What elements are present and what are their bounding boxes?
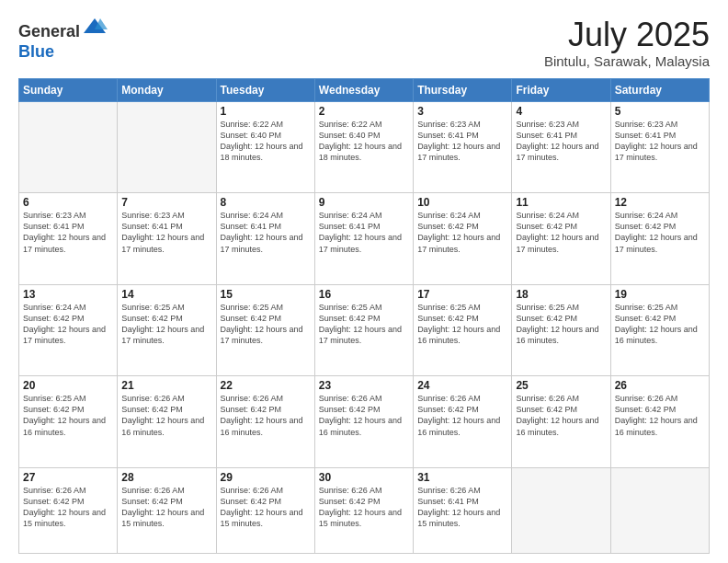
weekday-header-cell: Friday [512, 78, 610, 101]
day-detail: Sunrise: 6:26 AMSunset: 6:42 PMDaylight:… [23, 485, 113, 530]
calendar-day-cell: 19Sunrise: 6:25 AMSunset: 6:42 PMDayligh… [610, 284, 709, 376]
calendar-week-row: 13Sunrise: 6:24 AMSunset: 6:42 PMDayligh… [19, 284, 710, 376]
logo-icon [82, 17, 108, 37]
calendar-day-cell: 21Sunrise: 6:26 AMSunset: 6:42 PMDayligh… [118, 376, 216, 468]
calendar-day-cell: 12Sunrise: 6:24 AMSunset: 6:42 PMDayligh… [610, 193, 709, 285]
day-number: 13 [23, 288, 113, 301]
calendar-day-cell: 2Sunrise: 6:22 AMSunset: 6:40 PMDaylight… [314, 101, 413, 193]
day-detail: Sunrise: 6:26 AMSunset: 6:42 PMDaylight:… [221, 393, 311, 438]
calendar-day-cell: 8Sunrise: 6:24 AMSunset: 6:41 PMDaylight… [216, 193, 314, 285]
weekday-header-cell: Sunday [19, 78, 118, 101]
day-detail: Sunrise: 6:25 AMSunset: 6:42 PMDaylight:… [221, 302, 311, 347]
day-detail: Sunrise: 6:23 AMSunset: 6:41 PMDaylight:… [121, 210, 211, 255]
weekday-header-cell: Saturday [610, 78, 709, 101]
calendar-day-cell: 18Sunrise: 6:25 AMSunset: 6:42 PMDayligh… [512, 284, 610, 376]
calendar-day-cell: 13Sunrise: 6:24 AMSunset: 6:42 PMDayligh… [19, 284, 118, 376]
day-number: 16 [319, 288, 409, 301]
day-number: 31 [417, 471, 507, 484]
day-number: 18 [516, 288, 606, 301]
calendar-day-cell: 23Sunrise: 6:26 AMSunset: 6:42 PMDayligh… [314, 376, 413, 468]
calendar-day-cell: 31Sunrise: 6:26 AMSunset: 6:41 PMDayligh… [414, 467, 512, 553]
day-detail: Sunrise: 6:25 AMSunset: 6:42 PMDaylight:… [23, 393, 113, 438]
day-number: 28 [121, 471, 211, 484]
day-number: 24 [417, 379, 507, 392]
calendar-table: SundayMondayTuesdayWednesdayThursdayFrid… [18, 78, 710, 554]
calendar-week-row: 20Sunrise: 6:25 AMSunset: 6:42 PMDayligh… [19, 376, 710, 468]
calendar-week-row: 1Sunrise: 6:22 AMSunset: 6:40 PMDaylight… [19, 101, 710, 193]
calendar-week-row: 27Sunrise: 6:26 AMSunset: 6:42 PMDayligh… [19, 467, 710, 553]
day-number: 1 [221, 105, 311, 118]
day-detail: Sunrise: 6:24 AMSunset: 6:42 PMDaylight:… [417, 210, 507, 255]
day-detail: Sunrise: 6:22 AMSunset: 6:40 PMDaylight:… [319, 119, 409, 164]
day-number: 21 [121, 379, 211, 392]
calendar-day-cell: 16Sunrise: 6:25 AMSunset: 6:42 PMDayligh… [314, 284, 413, 376]
logo-blue: Blue [18, 42, 54, 61]
calendar-day-cell: 17Sunrise: 6:25 AMSunset: 6:42 PMDayligh… [414, 284, 512, 376]
header: General Blue July 2025 Bintulu, Sarawak,… [18, 17, 710, 69]
day-detail: Sunrise: 6:25 AMSunset: 6:42 PMDaylight:… [121, 302, 211, 347]
day-number: 2 [319, 105, 409, 118]
calendar-day-cell [118, 101, 216, 193]
day-number: 22 [221, 379, 311, 392]
day-number: 29 [221, 471, 311, 484]
day-detail: Sunrise: 6:24 AMSunset: 6:41 PMDaylight:… [319, 210, 409, 255]
day-detail: Sunrise: 6:23 AMSunset: 6:41 PMDaylight:… [23, 210, 113, 255]
day-number: 10 [417, 196, 507, 209]
calendar-day-cell: 27Sunrise: 6:26 AMSunset: 6:42 PMDayligh… [19, 467, 118, 553]
day-number: 5 [615, 105, 705, 118]
day-number: 30 [319, 471, 409, 484]
day-number: 20 [23, 379, 113, 392]
calendar-day-cell: 15Sunrise: 6:25 AMSunset: 6:42 PMDayligh… [216, 284, 314, 376]
day-detail: Sunrise: 6:26 AMSunset: 6:41 PMDaylight:… [417, 485, 507, 530]
weekday-header-cell: Wednesday [314, 78, 413, 101]
day-detail: Sunrise: 6:22 AMSunset: 6:40 PMDaylight:… [221, 119, 311, 164]
calendar-day-cell: 1Sunrise: 6:22 AMSunset: 6:40 PMDaylight… [216, 101, 314, 193]
day-detail: Sunrise: 6:26 AMSunset: 6:42 PMDaylight:… [221, 485, 311, 530]
location-title: Bintulu, Sarawak, Malaysia [544, 53, 710, 69]
weekday-header-row: SundayMondayTuesdayWednesdayThursdayFrid… [19, 78, 710, 101]
day-detail: Sunrise: 6:23 AMSunset: 6:41 PMDaylight:… [516, 119, 606, 164]
calendar-day-cell: 22Sunrise: 6:26 AMSunset: 6:42 PMDayligh… [216, 376, 314, 468]
calendar-day-cell: 29Sunrise: 6:26 AMSunset: 6:42 PMDayligh… [216, 467, 314, 553]
logo: General Blue [18, 17, 108, 62]
day-number: 23 [319, 379, 409, 392]
day-number: 25 [516, 379, 606, 392]
day-detail: Sunrise: 6:26 AMSunset: 6:42 PMDaylight:… [615, 393, 705, 438]
day-number: 11 [516, 196, 606, 209]
weekday-header-cell: Thursday [414, 78, 512, 101]
calendar-day-cell: 7Sunrise: 6:23 AMSunset: 6:41 PMDaylight… [118, 193, 216, 285]
calendar-day-cell [610, 467, 709, 553]
calendar-day-cell [512, 467, 610, 553]
calendar-day-cell: 26Sunrise: 6:26 AMSunset: 6:42 PMDayligh… [610, 376, 709, 468]
day-detail: Sunrise: 6:26 AMSunset: 6:42 PMDaylight:… [121, 393, 211, 438]
day-number: 26 [615, 379, 705, 392]
day-detail: Sunrise: 6:26 AMSunset: 6:42 PMDaylight:… [319, 393, 409, 438]
calendar-day-cell: 30Sunrise: 6:26 AMSunset: 6:42 PMDayligh… [314, 467, 413, 553]
day-detail: Sunrise: 6:24 AMSunset: 6:42 PMDaylight:… [516, 210, 606, 255]
day-number: 12 [615, 196, 705, 209]
day-detail: Sunrise: 6:26 AMSunset: 6:42 PMDaylight:… [417, 393, 507, 438]
calendar-day-cell: 11Sunrise: 6:24 AMSunset: 6:42 PMDayligh… [512, 193, 610, 285]
day-number: 6 [23, 196, 113, 209]
weekday-header-cell: Monday [118, 78, 216, 101]
day-number: 17 [417, 288, 507, 301]
day-detail: Sunrise: 6:24 AMSunset: 6:41 PMDaylight:… [221, 210, 311, 255]
day-number: 19 [615, 288, 705, 301]
calendar-day-cell [19, 101, 118, 193]
day-detail: Sunrise: 6:26 AMSunset: 6:42 PMDaylight:… [516, 393, 606, 438]
day-detail: Sunrise: 6:26 AMSunset: 6:42 PMDaylight:… [121, 485, 211, 530]
calendar-day-cell: 10Sunrise: 6:24 AMSunset: 6:42 PMDayligh… [414, 193, 512, 285]
day-number: 14 [121, 288, 211, 301]
day-detail: Sunrise: 6:24 AMSunset: 6:42 PMDaylight:… [23, 302, 113, 347]
day-detail: Sunrise: 6:24 AMSunset: 6:42 PMDaylight:… [615, 210, 705, 255]
day-detail: Sunrise: 6:25 AMSunset: 6:42 PMDaylight:… [615, 302, 705, 347]
logo-text: General Blue [18, 17, 108, 62]
calendar-day-cell: 14Sunrise: 6:25 AMSunset: 6:42 PMDayligh… [118, 284, 216, 376]
day-detail: Sunrise: 6:26 AMSunset: 6:42 PMDaylight:… [319, 485, 409, 530]
day-number: 8 [221, 196, 311, 209]
day-number: 9 [319, 196, 409, 209]
calendar-day-cell: 20Sunrise: 6:25 AMSunset: 6:42 PMDayligh… [19, 376, 118, 468]
day-detail: Sunrise: 6:23 AMSunset: 6:41 PMDaylight:… [615, 119, 705, 164]
calendar-day-cell: 24Sunrise: 6:26 AMSunset: 6:42 PMDayligh… [414, 376, 512, 468]
calendar-day-cell: 28Sunrise: 6:26 AMSunset: 6:42 PMDayligh… [118, 467, 216, 553]
